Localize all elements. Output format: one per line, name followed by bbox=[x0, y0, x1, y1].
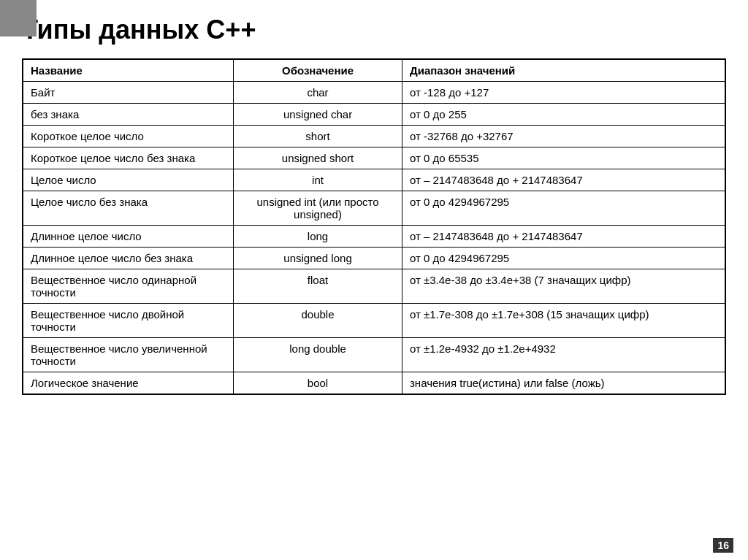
cell-name: Длинное целое число без знака bbox=[23, 248, 234, 269]
cell-notation: double bbox=[234, 304, 402, 338]
cell-range: от – 2147483648 до + 2147483647 bbox=[402, 226, 725, 248]
cell-name: Логическое значение bbox=[23, 372, 234, 395]
cell-notation: unsigned long bbox=[234, 248, 402, 269]
col-header-notation: Обозначение bbox=[234, 59, 402, 82]
cell-notation: long double bbox=[234, 338, 402, 372]
page-number: 16 bbox=[713, 538, 733, 553]
table-row: Вещественное число увеличенной точностиl… bbox=[23, 338, 725, 372]
cell-range: от -128 до +127 bbox=[402, 82, 725, 104]
cell-notation: unsigned int (или просто unsigned) bbox=[234, 191, 402, 226]
col-header-range: Диапазон значений bbox=[402, 59, 725, 82]
cell-notation: int bbox=[234, 169, 402, 191]
cell-notation: long bbox=[234, 226, 402, 248]
cell-name: Короткое целое число без знака bbox=[23, 147, 234, 169]
cell-notation: float bbox=[234, 269, 402, 304]
cell-name: Короткое целое число bbox=[23, 126, 234, 147]
cell-range: от 0 до 4294967295 bbox=[402, 191, 725, 226]
col-header-name: Название bbox=[23, 59, 234, 82]
table-row: Целое числоintот – 2147483648 до + 21474… bbox=[23, 169, 725, 191]
cell-range: от 0 до 255 bbox=[402, 104, 725, 126]
cell-notation: bool bbox=[234, 372, 402, 395]
table-row: Длинное целое число без знакаunsigned lo… bbox=[23, 248, 725, 269]
cell-name: без знака bbox=[23, 104, 234, 126]
cell-range: от ±1.2е-4932 до ±1.2е+4932 bbox=[402, 338, 725, 372]
cell-name: Вещественное число увеличенной точности bbox=[23, 338, 234, 372]
cell-range: значения true(истина) или false (ложь) bbox=[402, 372, 725, 395]
table-row: Вещественное число двойной точностиdoubl… bbox=[23, 304, 725, 338]
cell-range: от ±1.7е-308 до ±1.7е+308 (15 значащих ц… bbox=[402, 304, 725, 338]
table-row: без знакаunsigned charот 0 до 255 bbox=[23, 104, 725, 126]
cell-notation: unsigned short bbox=[234, 147, 402, 169]
table-row: Целое число без знакаunsigned int (или п… bbox=[23, 191, 725, 226]
cell-range: от – 2147483648 до + 2147483647 bbox=[402, 169, 725, 191]
page-title: Типы данных С++ bbox=[22, 15, 726, 45]
cell-notation: short bbox=[234, 126, 402, 147]
cell-range: от ±3.4е-38 до ±3.4е+38 (7 значащих цифр… bbox=[402, 269, 725, 304]
cell-notation: char bbox=[234, 82, 402, 104]
cell-notation: unsigned char bbox=[234, 104, 402, 126]
table-header-row: Название Обозначение Диапазон значений bbox=[23, 59, 725, 82]
table-row: Вещественное число одинарной точностиflo… bbox=[23, 269, 725, 304]
cell-name: Байт bbox=[23, 82, 234, 104]
cell-name: Длинное целое число bbox=[23, 226, 234, 248]
cell-range: от 0 до 65535 bbox=[402, 147, 725, 169]
cell-range: от -32768 до +32767 bbox=[402, 126, 725, 147]
cell-range: от 0 до 4294967295 bbox=[402, 248, 725, 269]
cell-name: Целое число bbox=[23, 169, 234, 191]
cell-name: Вещественное число одинарной точности bbox=[23, 269, 234, 304]
cell-name: Вещественное число двойной точности bbox=[23, 304, 234, 338]
table-row: Короткое целое число без знакаunsigned s… bbox=[23, 147, 725, 169]
page: Типы данных С++ Название Обозначение Диа… bbox=[0, 0, 748, 424]
header-decoration bbox=[0, 0, 37, 37]
data-types-table: Название Обозначение Диапазон значений Б… bbox=[22, 58, 726, 395]
cell-name: Целое число без знака bbox=[23, 191, 234, 226]
table-row: Короткое целое числоshortот -32768 до +3… bbox=[23, 126, 725, 147]
table-row: Логическое значениеboolзначения true(ист… bbox=[23, 372, 725, 395]
table-row: Байтcharот -128 до +127 bbox=[23, 82, 725, 104]
table-row: Длинное целое числоlongот – 2147483648 д… bbox=[23, 226, 725, 248]
